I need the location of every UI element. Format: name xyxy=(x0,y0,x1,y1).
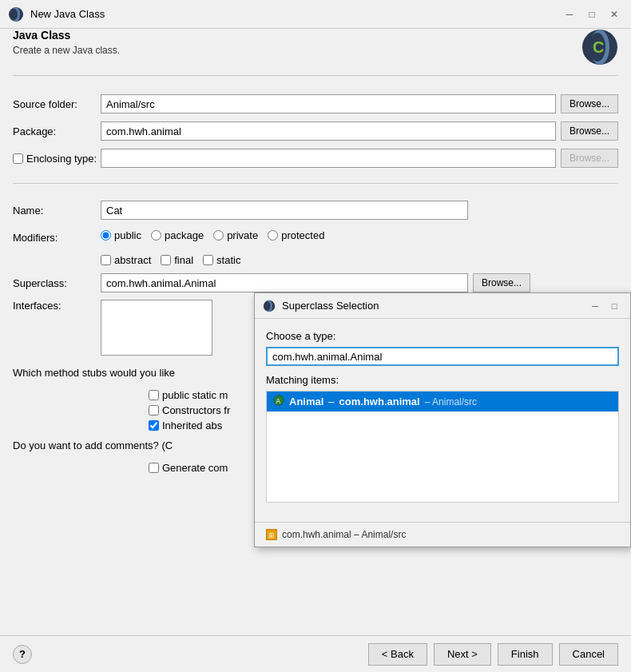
enclosing-type-checkbox-label[interactable]: Enclosing type: xyxy=(13,153,101,165)
modifier-private-radio[interactable] xyxy=(213,230,224,241)
modifier-public-radio[interactable] xyxy=(101,230,111,241)
footer-package-text: com.hwh.animal – Animal/src xyxy=(282,529,406,540)
name-row: Name: xyxy=(13,200,618,221)
list-item-source: – Animal/src xyxy=(425,396,477,408)
source-folder-input[interactable] xyxy=(101,94,556,113)
cancel-button[interactable]: Cancel xyxy=(559,643,618,666)
maximize-button[interactable]: □ xyxy=(583,6,601,23)
generate-com-checkbox[interactable] xyxy=(149,463,159,473)
svg-text:C: C xyxy=(593,38,604,56)
dialog-subtext: Create a new Java class. xyxy=(13,45,120,56)
class-icon: A xyxy=(273,395,284,408)
superclass-row: Superclass: Browse... xyxy=(13,272,618,293)
package-icon: ⊞ xyxy=(266,529,277,540)
abstract-checkbox-label[interactable]: abstract xyxy=(101,254,151,266)
enclosing-type-input[interactable] xyxy=(101,149,556,168)
modifiers-label: Modifiers: xyxy=(13,232,101,244)
final-checkbox-label[interactable]: final xyxy=(161,254,193,266)
superclass-selection-dialog: Superclass Selection ─ □ Choose a type: … xyxy=(254,292,631,547)
matching-items-label: Matching items: xyxy=(266,374,619,386)
interfaces-label: Interfaces: xyxy=(13,300,101,312)
dialog-header: Java Class Create a new Java class. C xyxy=(13,29,618,76)
package-row: Package: Browse... xyxy=(13,121,618,141)
package-input[interactable] xyxy=(101,121,556,141)
main-content: Java Class Create a new Java class. C So… xyxy=(0,29,631,485)
list-item-separator: – xyxy=(328,396,334,408)
modifiers-row: Modifiers: public package private protec… xyxy=(13,227,618,248)
abstract-row: abstract final static xyxy=(101,254,618,266)
overlay-maximize-button[interactable]: □ xyxy=(606,298,622,314)
superclass-label: Superclass: xyxy=(13,277,101,289)
dialog-header-text: Java Class Create a new Java class. xyxy=(13,29,120,56)
svg-point-9 xyxy=(265,301,270,310)
modifier-package-radio[interactable] xyxy=(151,230,161,241)
enclosing-type-checkbox[interactable] xyxy=(13,153,23,164)
inherited-abs-checkbox[interactable] xyxy=(149,420,159,431)
superclass-type-input[interactable] xyxy=(266,347,619,366)
svg-point-2 xyxy=(11,9,18,20)
overlay-title-text: Superclass Selection xyxy=(282,300,379,312)
inherited-abs-label[interactable]: Inherited abs xyxy=(149,420,222,431)
modifier-protected-radio[interactable] xyxy=(268,230,278,241)
overlay-controls: ─ □ xyxy=(587,298,622,314)
public-static-checkbox[interactable] xyxy=(149,390,159,400)
static-checkbox[interactable] xyxy=(203,255,213,265)
next-button[interactable]: Next > xyxy=(434,643,491,666)
title-text: New Java Class xyxy=(30,8,105,20)
package-label: Package: xyxy=(13,125,101,137)
comments-question: Do you want to add comments? (C xyxy=(13,439,173,451)
enclosing-type-row: Enclosing type: Browse... xyxy=(13,148,618,169)
modifiers-options: public package private protected xyxy=(101,229,324,241)
overlay-list: A Animal – com.hwh.animal – Animal/src xyxy=(266,391,619,503)
finish-button[interactable]: Finish xyxy=(498,643,553,666)
interfaces-box xyxy=(101,300,212,356)
title-bar-left: New Java Class xyxy=(8,6,105,22)
svg-text:A: A xyxy=(276,397,281,405)
overlay-title-bar: Superclass Selection ─ □ xyxy=(255,293,630,319)
footer-buttons: < Back Next > Finish Cancel xyxy=(368,643,618,666)
modifier-protected-label[interactable]: protected xyxy=(268,229,324,241)
help-button[interactable]: ? xyxy=(13,645,32,664)
enclosing-type-browse-button[interactable]: Browse... xyxy=(561,149,618,168)
overlay-footer: ⊞ com.hwh.animal – Animal/src xyxy=(255,522,630,547)
dialog-footer: ? < Back Next > Finish Cancel xyxy=(0,635,631,672)
package-browse-button[interactable]: Browse... xyxy=(561,121,618,141)
public-static-label[interactable]: public static m xyxy=(149,389,228,401)
source-folder-browse-button[interactable]: Browse... xyxy=(561,94,618,113)
list-item[interactable]: A Animal – com.hwh.animal – Animal/src xyxy=(267,392,618,412)
source-folder-row: Source folder: Browse... xyxy=(13,93,618,114)
modifier-private-label[interactable]: private xyxy=(213,229,258,241)
name-label: Name: xyxy=(13,205,101,217)
constructors-checkbox[interactable] xyxy=(149,405,159,416)
choose-type-label: Choose a type: xyxy=(266,330,619,342)
title-bar: New Java Class ─ □ ✕ xyxy=(0,0,631,29)
generate-com-label[interactable]: Generate com xyxy=(149,462,228,474)
list-item-package: com.hwh.animal xyxy=(339,396,420,408)
title-controls: ─ □ ✕ xyxy=(561,6,623,23)
eclipse-logo: C xyxy=(581,29,618,66)
modifier-package-label[interactable]: package xyxy=(151,229,204,241)
superclass-browse-button[interactable]: Browse... xyxy=(473,273,530,292)
superclass-input[interactable] xyxy=(101,273,468,292)
form-section-1: Source folder: Browse... Package: Browse… xyxy=(13,85,618,184)
method-stubs-question: Which method stubs would you like xyxy=(13,367,175,379)
dialog-heading: Java Class xyxy=(13,29,120,42)
name-input[interactable] xyxy=(101,201,468,220)
eclipse-title-icon xyxy=(8,6,24,22)
overlay-title-left: Superclass Selection xyxy=(263,300,379,312)
enclosing-type-label: Enclosing type: xyxy=(13,153,101,165)
minimize-button[interactable]: ─ xyxy=(561,6,578,23)
constructors-label[interactable]: Constructors fr xyxy=(149,404,230,416)
source-folder-label: Source folder: xyxy=(13,98,101,110)
static-checkbox-label[interactable]: static xyxy=(203,254,240,266)
overlay-minimize-button[interactable]: ─ xyxy=(587,298,603,314)
final-checkbox[interactable] xyxy=(161,255,171,265)
overlay-content: Choose a type: Matching items: A Animal … xyxy=(255,319,630,522)
abstract-checkbox[interactable] xyxy=(101,255,111,265)
close-button[interactable]: ✕ xyxy=(605,6,623,23)
modifier-public-label[interactable]: public xyxy=(101,229,141,241)
list-item-name: Animal xyxy=(289,396,323,408)
back-button[interactable]: < Back xyxy=(368,643,427,666)
overlay-eclipse-icon xyxy=(263,300,276,312)
